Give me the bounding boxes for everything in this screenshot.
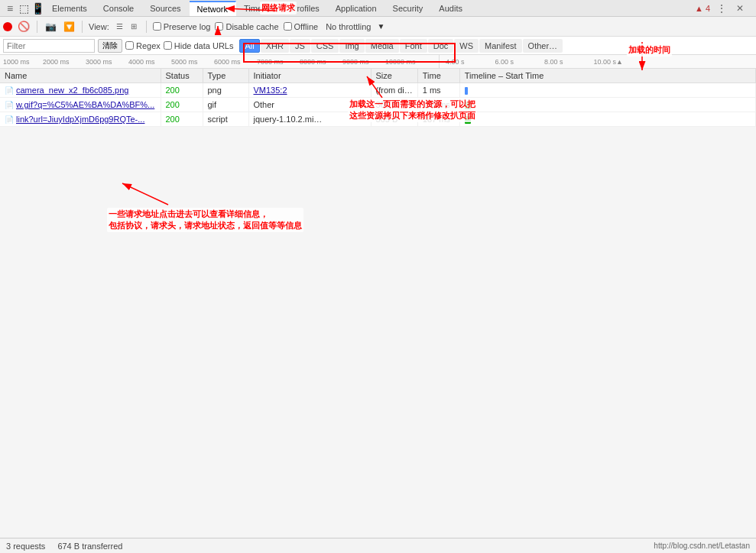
filter-row: 清除 Regex Hide data URLs All XHR JS CSS I… (0, 37, 756, 55)
cell-type: png (203, 83, 248, 98)
cell-status: 200 (161, 98, 203, 112)
filter-css[interactable]: CSS (311, 39, 339, 53)
waterfall-bar (465, 102, 471, 109)
row-name-link[interactable]: camera_new_x2_fb6c085.png (16, 86, 128, 95)
network-table: Name Status Type Initiator Size Time Tim… (0, 69, 756, 127)
regex-checkbox[interactable] (125, 41, 134, 50)
cell-size: 309 B (371, 98, 417, 112)
tab-sources[interactable]: Sources (142, 2, 189, 15)
row-name-link[interactable]: link?url=JiuyIdpXjmD6pg9RQTe-... (16, 115, 144, 124)
hide-data-url-label: Hide data URLs (174, 41, 234, 50)
device-btn[interactable]: 📱 (31, 2, 44, 15)
col-header-size[interactable]: Size (371, 69, 417, 83)
file-icon: 📄 (5, 115, 14, 124)
tab-security[interactable]: Security (385, 2, 432, 15)
tab-timeline[interactable]: Timeline (236, 2, 284, 15)
tab-bar-right: ▲ 4 ⋮ ✕ (695, 2, 753, 15)
warning-badge[interactable]: ▲ 4 (695, 4, 710, 13)
initiator-link[interactable]: VM135:2 (254, 86, 287, 95)
waterfall-bar-container (465, 85, 751, 95)
tick-9000: 9000 ms (342, 58, 369, 66)
filter-all[interactable]: All (239, 39, 259, 53)
tab-network[interactable]: Network (190, 1, 236, 16)
more-tools-btn[interactable]: ⋮ (715, 2, 728, 15)
tab-audits[interactable]: Audits (431, 2, 471, 15)
type-filters: All XHR JS CSS Img Media Font Doc WS Man… (239, 39, 563, 53)
view-large-btn[interactable]: ⊞ (128, 21, 140, 33)
cell-status: 200 (161, 112, 203, 127)
table-row[interactable]: 📄w.gif?q=%C5%AE%BA%DA%BF%...200gifOther3… (0, 98, 756, 112)
regex-group: Regex (125, 41, 161, 50)
tab-application[interactable]: Application (328, 2, 385, 15)
row-name-link[interactable]: w.gif?q=%C5%AE%BA%DA%BF%... (16, 100, 154, 109)
view-list-btn[interactable]: ☰ (114, 21, 126, 33)
tick-1000: 1000 ms (3, 58, 30, 66)
cell-timeline (459, 98, 755, 112)
cell-initiator[interactable]: VM135:2 (248, 83, 371, 98)
view-icons: ☰ ⊞ (114, 21, 140, 33)
record-button[interactable] (3, 22, 12, 31)
filter-btn[interactable]: 🔽 (62, 20, 76, 34)
filter-js[interactable]: JS (290, 39, 310, 53)
filter-other[interactable]: Other… (523, 39, 563, 53)
network-table-container: Name Status Type Initiator Size Time Tim… (0, 69, 756, 553)
toolbar-divider-3 (146, 21, 147, 33)
devtools-menu-btn[interactable]: ≡ (3, 2, 17, 15)
tab-elements[interactable]: Elements (44, 2, 96, 15)
filter-font[interactable]: Font (400, 39, 427, 53)
offline-checkbox[interactable] (284, 22, 292, 31)
throttling-dropdown[interactable]: ▼ (377, 22, 384, 31)
disable-cache-group: Disable cache (215, 22, 278, 31)
tick-7000: 7000 ms (257, 58, 284, 66)
waterfall-bar-container (465, 99, 751, 110)
filter-media[interactable]: Media (365, 39, 399, 53)
hide-data-url-group: Hide data URLs (164, 41, 234, 50)
col-header-name[interactable]: Name (0, 69, 161, 83)
filter-clear-button[interactable]: 清除 (98, 39, 122, 53)
table-row[interactable]: 📄camera_new_x2_fb6c085.png200pngVM135:2(… (0, 83, 756, 98)
cell-time: 170 ms (417, 98, 459, 112)
preserve-log-label: Preserve log (164, 22, 211, 31)
filter-img[interactable]: Img (339, 39, 364, 53)
inspect-btn[interactable]: ⬚ (17, 2, 31, 15)
cell-status: 200 (161, 83, 203, 98)
cell-initiator[interactable]: jquery-1.10.2.mi… (248, 112, 371, 127)
toolbar-divider-2 (82, 21, 83, 33)
timeline-ruler: 1000 ms 2000 ms 3000 ms 4000 ms 5000 ms … (0, 55, 756, 69)
tick-8000: 8000 ms (300, 58, 326, 66)
cell-timeline (459, 112, 755, 127)
hide-data-url-checkbox[interactable] (164, 41, 172, 50)
col-header-type[interactable]: Type (203, 69, 248, 83)
clear-button[interactable]: 🚫 (17, 20, 31, 34)
table-row[interactable]: 📄link?url=JiuyIdpXjmD6pg9RQTe-...200scri… (0, 112, 756, 127)
filter-xhr[interactable]: XHR (261, 39, 289, 53)
toolbar-divider-1 (37, 21, 37, 33)
tab-profiles[interactable]: Profiles (284, 2, 328, 15)
cell-initiator[interactable]: Other (248, 98, 371, 112)
filter-ws[interactable]: WS (454, 39, 479, 53)
cell-timeline (459, 83, 755, 98)
tick-6s: 6.00 s (495, 58, 514, 66)
tick-4s: 4.00 s (446, 58, 465, 66)
status-bar: 3 requests 674 B transferred http://blog… (0, 538, 756, 553)
col-header-initiator[interactable]: Initiator (248, 69, 371, 83)
tick-8s: 8.00 s (544, 58, 563, 66)
view-label: View: (89, 22, 109, 31)
preserve-log-checkbox[interactable] (153, 22, 161, 31)
col-header-status[interactable]: Status (161, 69, 203, 83)
cell-name: 📄w.gif?q=%C5%AE%BA%DA%BF%... (0, 98, 161, 112)
col-header-timeline[interactable]: Timeline – Start Time (459, 69, 755, 83)
filter-input[interactable] (3, 39, 95, 53)
table-body: 📄camera_new_x2_fb6c085.png200pngVM135:2(… (0, 83, 756, 127)
camera-btn[interactable]: 📷 (44, 20, 57, 34)
regex-label: Regex (136, 41, 161, 50)
filter-doc[interactable]: Doc (428, 39, 454, 53)
tab-console[interactable]: Console (96, 2, 142, 15)
cell-name: 📄link?url=JiuyIdpXjmD6pg9RQTe-... (0, 112, 161, 127)
offline-label: Offline (294, 22, 319, 31)
filter-manifest[interactable]: Manifest (479, 39, 522, 53)
waterfall-bar-container (465, 114, 751, 125)
disable-cache-checkbox[interactable] (215, 22, 223, 31)
close-devtools-btn[interactable]: ✕ (733, 2, 747, 15)
col-header-time[interactable]: Time (417, 69, 459, 83)
